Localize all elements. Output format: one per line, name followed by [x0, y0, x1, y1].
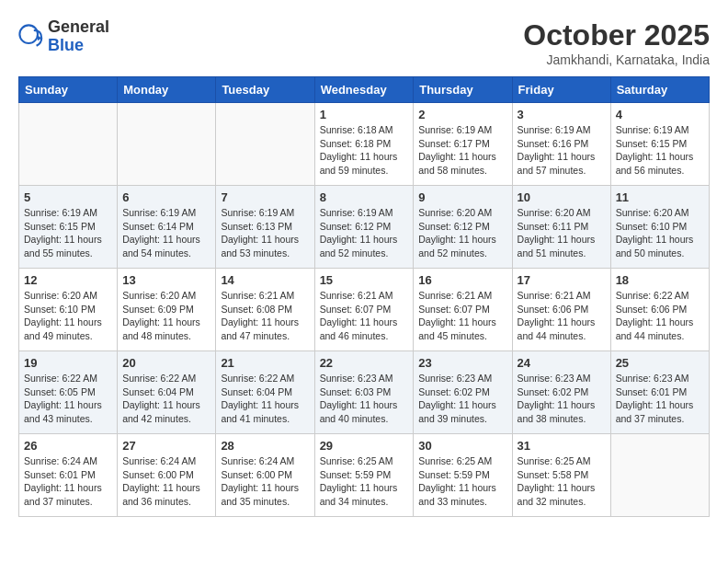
calendar-cell: 6Sunrise: 6:19 AM Sunset: 6:14 PM Daylig… — [118, 186, 216, 269]
weekday-header: Sunday — [19, 77, 118, 103]
logo: General Blue — [18, 18, 109, 55]
day-info: Sunrise: 6:23 AM Sunset: 6:03 PM Dayligh… — [320, 372, 409, 426]
calendar-cell: 30Sunrise: 6:25 AM Sunset: 5:59 PM Dayli… — [414, 434, 512, 517]
calendar-cell: 9Sunrise: 6:20 AM Sunset: 6:12 PM Daylig… — [414, 186, 512, 269]
day-info: Sunrise: 6:25 AM Sunset: 5:59 PM Dayligh… — [320, 454, 409, 509]
weekday-header: Wednesday — [314, 77, 414, 103]
day-number: 28 — [221, 439, 309, 453]
calendar-cell — [610, 434, 709, 517]
weekday-header: Tuesday — [216, 77, 314, 103]
calendar-cell: 26Sunrise: 6:24 AM Sunset: 6:01 PM Dayli… — [19, 434, 118, 517]
day-number: 3 — [518, 108, 606, 121]
calendar-week-row: 26Sunrise: 6:24 AM Sunset: 6:01 PM Dayli… — [19, 434, 710, 517]
day-info: Sunrise: 6:20 AM Sunset: 6:10 PM Dayligh… — [616, 206, 704, 260]
calendar-cell: 27Sunrise: 6:24 AM Sunset: 6:00 PM Dayli… — [118, 434, 216, 517]
day-info: Sunrise: 6:23 AM Sunset: 6:02 PM Dayligh… — [518, 372, 606, 426]
calendar-cell: 1Sunrise: 6:18 AM Sunset: 6:18 PM Daylig… — [314, 103, 414, 186]
weekday-header: Monday — [118, 77, 216, 103]
calendar-cell: 19Sunrise: 6:22 AM Sunset: 6:05 PM Dayli… — [19, 351, 118, 434]
day-number: 31 — [518, 439, 606, 453]
calendar-cell: 7Sunrise: 6:19 AM Sunset: 6:13 PM Daylig… — [216, 186, 314, 269]
day-info: Sunrise: 6:24 AM Sunset: 6:00 PM Dayligh… — [221, 454, 309, 509]
calendar-header-row: SundayMondayTuesdayWednesdayThursdayFrid… — [19, 77, 710, 103]
day-number: 1 — [320, 108, 409, 121]
day-number: 11 — [616, 190, 704, 204]
day-number: 8 — [320, 190, 409, 204]
day-info: Sunrise: 6:21 AM Sunset: 6:08 PM Dayligh… — [221, 289, 309, 343]
day-info: Sunrise: 6:20 AM Sunset: 6:10 PM Dayligh… — [24, 289, 112, 343]
day-info: Sunrise: 6:22 AM Sunset: 6:06 PM Dayligh… — [616, 289, 704, 343]
day-number: 27 — [122, 439, 210, 453]
calendar-cell: 11Sunrise: 6:20 AM Sunset: 6:10 PM Dayli… — [610, 186, 709, 269]
day-number: 13 — [122, 273, 210, 287]
calendar-week-row: 1Sunrise: 6:18 AM Sunset: 6:18 PM Daylig… — [19, 103, 710, 186]
day-number: 7 — [221, 190, 309, 204]
day-info: Sunrise: 6:23 AM Sunset: 6:01 PM Dayligh… — [616, 372, 704, 426]
day-number: 10 — [518, 190, 606, 204]
svg-point-0 — [19, 25, 38, 43]
day-info: Sunrise: 6:19 AM Sunset: 6:13 PM Dayligh… — [221, 206, 309, 260]
calendar-cell: 18Sunrise: 6:22 AM Sunset: 6:06 PM Dayli… — [610, 269, 709, 351]
calendar-week-row: 19Sunrise: 6:22 AM Sunset: 6:05 PM Dayli… — [19, 351, 710, 434]
calendar-cell: 28Sunrise: 6:24 AM Sunset: 6:00 PM Dayli… — [216, 434, 314, 517]
day-number: 25 — [616, 356, 704, 370]
day-info: Sunrise: 6:19 AM Sunset: 6:16 PM Dayligh… — [518, 123, 606, 178]
day-number: 5 — [24, 190, 112, 204]
day-number: 22 — [320, 356, 409, 370]
day-info: Sunrise: 6:24 AM Sunset: 6:00 PM Dayligh… — [122, 454, 210, 509]
calendar-cell: 16Sunrise: 6:21 AM Sunset: 6:07 PM Dayli… — [414, 269, 512, 351]
location: Jamkhandi, Karnataka, India — [523, 52, 710, 67]
day-number: 17 — [518, 273, 606, 287]
logo-text: General Blue — [48, 18, 109, 55]
calendar-cell: 17Sunrise: 6:21 AM Sunset: 6:06 PM Dayli… — [512, 269, 610, 351]
day-info: Sunrise: 6:19 AM Sunset: 6:15 PM Dayligh… — [24, 206, 112, 260]
calendar-cell: 14Sunrise: 6:21 AM Sunset: 6:08 PM Dayli… — [216, 269, 314, 351]
day-info: Sunrise: 6:25 AM Sunset: 5:58 PM Dayligh… — [518, 454, 606, 509]
day-info: Sunrise: 6:19 AM Sunset: 6:12 PM Dayligh… — [320, 206, 409, 260]
day-number: 29 — [320, 439, 409, 453]
day-number: 6 — [122, 190, 210, 204]
day-number: 26 — [24, 439, 112, 453]
calendar-cell: 3Sunrise: 6:19 AM Sunset: 6:16 PM Daylig… — [512, 103, 610, 186]
weekday-header: Saturday — [610, 77, 709, 103]
calendar-cell: 13Sunrise: 6:20 AM Sunset: 6:09 PM Dayli… — [118, 269, 216, 351]
calendar-cell: 5Sunrise: 6:19 AM Sunset: 6:15 PM Daylig… — [19, 186, 118, 269]
day-number: 23 — [418, 356, 506, 370]
calendar-cell — [118, 103, 216, 186]
day-info: Sunrise: 6:25 AM Sunset: 5:59 PM Dayligh… — [418, 454, 506, 509]
page-header: General Blue October 2025 Jamkhandi, Kar… — [18, 18, 710, 67]
day-number: 19 — [24, 356, 112, 370]
calendar-cell: 29Sunrise: 6:25 AM Sunset: 5:59 PM Dayli… — [314, 434, 414, 517]
day-info: Sunrise: 6:20 AM Sunset: 6:09 PM Dayligh… — [122, 289, 210, 343]
day-info: Sunrise: 6:19 AM Sunset: 6:17 PM Dayligh… — [418, 123, 506, 178]
day-info: Sunrise: 6:18 AM Sunset: 6:18 PM Dayligh… — [320, 123, 409, 178]
day-number: 14 — [221, 273, 309, 287]
day-info: Sunrise: 6:20 AM Sunset: 6:12 PM Dayligh… — [418, 206, 506, 260]
day-info: Sunrise: 6:22 AM Sunset: 6:04 PM Dayligh… — [221, 372, 309, 426]
day-info: Sunrise: 6:22 AM Sunset: 6:04 PM Dayligh… — [122, 372, 210, 426]
calendar-cell — [19, 103, 118, 186]
logo-icon — [18, 24, 44, 50]
day-info: Sunrise: 6:23 AM Sunset: 6:02 PM Dayligh… — [418, 372, 506, 426]
day-info: Sunrise: 6:21 AM Sunset: 6:06 PM Dayligh… — [518, 289, 606, 343]
calendar-cell: 31Sunrise: 6:25 AM Sunset: 5:58 PM Dayli… — [512, 434, 610, 517]
month-title: October 2025 — [523, 18, 710, 52]
day-number: 9 — [418, 190, 506, 204]
calendar-cell — [216, 103, 314, 186]
day-number: 4 — [616, 108, 704, 121]
day-number: 16 — [418, 273, 506, 287]
day-number: 24 — [518, 356, 606, 370]
calendar-cell: 23Sunrise: 6:23 AM Sunset: 6:02 PM Dayli… — [414, 351, 512, 434]
calendar-cell: 24Sunrise: 6:23 AM Sunset: 6:02 PM Dayli… — [512, 351, 610, 434]
day-info: Sunrise: 6:22 AM Sunset: 6:05 PM Dayligh… — [24, 372, 112, 426]
calendar-cell: 22Sunrise: 6:23 AM Sunset: 6:03 PM Dayli… — [314, 351, 414, 434]
weekday-header: Thursday — [414, 77, 512, 103]
day-number: 18 — [616, 273, 704, 287]
calendar-cell: 21Sunrise: 6:22 AM Sunset: 6:04 PM Dayli… — [216, 351, 314, 434]
calendar-week-row: 5Sunrise: 6:19 AM Sunset: 6:15 PM Daylig… — [19, 186, 710, 269]
day-info: Sunrise: 6:19 AM Sunset: 6:15 PM Dayligh… — [616, 123, 704, 178]
title-block: October 2025 Jamkhandi, Karnataka, India — [523, 18, 710, 67]
day-info: Sunrise: 6:21 AM Sunset: 6:07 PM Dayligh… — [418, 289, 506, 343]
day-number: 12 — [24, 273, 112, 287]
calendar-table: SundayMondayTuesdayWednesdayThursdayFrid… — [18, 76, 710, 517]
